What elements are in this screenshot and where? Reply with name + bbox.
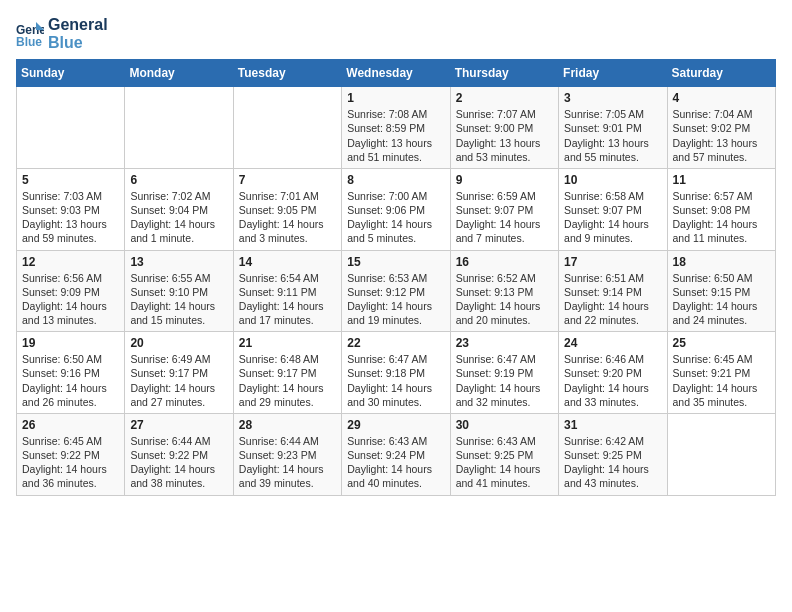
day-number: 10 [564,173,661,187]
logo-line2: Blue [48,34,108,52]
day-number: 7 [239,173,336,187]
calendar-cell: 7Sunrise: 7:01 AMSunset: 9:05 PMDaylight… [233,168,341,250]
page-header: General Blue General Blue [16,16,776,51]
calendar-cell: 18Sunrise: 6:50 AMSunset: 9:15 PMDayligh… [667,250,775,332]
day-number: 25 [673,336,770,350]
calendar-cell [233,87,341,169]
calendar-cell: 26Sunrise: 6:45 AMSunset: 9:22 PMDayligh… [17,413,125,495]
calendar-cell: 3Sunrise: 7:05 AMSunset: 9:01 PMDaylight… [559,87,667,169]
calendar-cell: 10Sunrise: 6:58 AMSunset: 9:07 PMDayligh… [559,168,667,250]
day-info: Sunrise: 6:47 AMSunset: 9:18 PMDaylight:… [347,352,444,409]
day-info: Sunrise: 6:44 AMSunset: 9:22 PMDaylight:… [130,434,227,491]
calendar-cell: 30Sunrise: 6:43 AMSunset: 9:25 PMDayligh… [450,413,558,495]
calendar-cell: 28Sunrise: 6:44 AMSunset: 9:23 PMDayligh… [233,413,341,495]
day-info: Sunrise: 6:47 AMSunset: 9:19 PMDaylight:… [456,352,553,409]
calendar-cell: 12Sunrise: 6:56 AMSunset: 9:09 PMDayligh… [17,250,125,332]
day-number: 14 [239,255,336,269]
calendar-table: SundayMondayTuesdayWednesdayThursdayFrid… [16,59,776,495]
weekday-header-tuesday: Tuesday [233,60,341,87]
svg-text:Blue: Blue [16,35,42,48]
day-info: Sunrise: 6:42 AMSunset: 9:25 PMDaylight:… [564,434,661,491]
day-info: Sunrise: 6:51 AMSunset: 9:14 PMDaylight:… [564,271,661,328]
calendar-cell: 1Sunrise: 7:08 AMSunset: 8:59 PMDaylight… [342,87,450,169]
day-number: 3 [564,91,661,105]
day-number: 1 [347,91,444,105]
day-info: Sunrise: 6:56 AMSunset: 9:09 PMDaylight:… [22,271,119,328]
day-number: 22 [347,336,444,350]
day-info: Sunrise: 7:08 AMSunset: 8:59 PMDaylight:… [347,107,444,164]
calendar-cell: 19Sunrise: 6:50 AMSunset: 9:16 PMDayligh… [17,332,125,414]
day-number: 9 [456,173,553,187]
calendar-cell: 9Sunrise: 6:59 AMSunset: 9:07 PMDaylight… [450,168,558,250]
calendar-cell: 21Sunrise: 6:48 AMSunset: 9:17 PMDayligh… [233,332,341,414]
calendar-cell [125,87,233,169]
day-info: Sunrise: 6:57 AMSunset: 9:08 PMDaylight:… [673,189,770,246]
day-info: Sunrise: 7:02 AMSunset: 9:04 PMDaylight:… [130,189,227,246]
calendar-cell: 20Sunrise: 6:49 AMSunset: 9:17 PMDayligh… [125,332,233,414]
calendar-cell: 5Sunrise: 7:03 AMSunset: 9:03 PMDaylight… [17,168,125,250]
day-info: Sunrise: 6:44 AMSunset: 9:23 PMDaylight:… [239,434,336,491]
weekday-header-friday: Friday [559,60,667,87]
calendar-week-2: 5Sunrise: 7:03 AMSunset: 9:03 PMDaylight… [17,168,776,250]
logo: General Blue General Blue [16,16,108,51]
logo-line1: General [48,16,108,34]
day-number: 13 [130,255,227,269]
day-info: Sunrise: 7:01 AMSunset: 9:05 PMDaylight:… [239,189,336,246]
calendar-cell: 31Sunrise: 6:42 AMSunset: 9:25 PMDayligh… [559,413,667,495]
day-number: 16 [456,255,553,269]
calendar-cell: 2Sunrise: 7:07 AMSunset: 9:00 PMDaylight… [450,87,558,169]
day-number: 15 [347,255,444,269]
calendar-cell: 8Sunrise: 7:00 AMSunset: 9:06 PMDaylight… [342,168,450,250]
day-number: 21 [239,336,336,350]
calendar-cell: 15Sunrise: 6:53 AMSunset: 9:12 PMDayligh… [342,250,450,332]
day-number: 4 [673,91,770,105]
day-info: Sunrise: 7:00 AMSunset: 9:06 PMDaylight:… [347,189,444,246]
calendar-cell: 13Sunrise: 6:55 AMSunset: 9:10 PMDayligh… [125,250,233,332]
calendar-cell: 29Sunrise: 6:43 AMSunset: 9:24 PMDayligh… [342,413,450,495]
day-info: Sunrise: 6:45 AMSunset: 9:21 PMDaylight:… [673,352,770,409]
weekday-header-wednesday: Wednesday [342,60,450,87]
day-number: 11 [673,173,770,187]
calendar-cell [667,413,775,495]
day-number: 8 [347,173,444,187]
day-info: Sunrise: 6:50 AMSunset: 9:16 PMDaylight:… [22,352,119,409]
day-number: 26 [22,418,119,432]
day-number: 5 [22,173,119,187]
day-info: Sunrise: 6:49 AMSunset: 9:17 PMDaylight:… [130,352,227,409]
weekday-header-thursday: Thursday [450,60,558,87]
calendar-cell: 16Sunrise: 6:52 AMSunset: 9:13 PMDayligh… [450,250,558,332]
calendar-cell: 6Sunrise: 7:02 AMSunset: 9:04 PMDaylight… [125,168,233,250]
calendar-cell: 23Sunrise: 6:47 AMSunset: 9:19 PMDayligh… [450,332,558,414]
day-number: 30 [456,418,553,432]
day-info: Sunrise: 6:52 AMSunset: 9:13 PMDaylight:… [456,271,553,328]
day-number: 29 [347,418,444,432]
day-info: Sunrise: 6:43 AMSunset: 9:24 PMDaylight:… [347,434,444,491]
day-info: Sunrise: 6:45 AMSunset: 9:22 PMDaylight:… [22,434,119,491]
weekday-header-monday: Monday [125,60,233,87]
day-number: 23 [456,336,553,350]
calendar-cell: 14Sunrise: 6:54 AMSunset: 9:11 PMDayligh… [233,250,341,332]
day-info: Sunrise: 7:05 AMSunset: 9:01 PMDaylight:… [564,107,661,164]
day-info: Sunrise: 7:03 AMSunset: 9:03 PMDaylight:… [22,189,119,246]
day-info: Sunrise: 7:04 AMSunset: 9:02 PMDaylight:… [673,107,770,164]
day-number: 12 [22,255,119,269]
calendar-cell: 17Sunrise: 6:51 AMSunset: 9:14 PMDayligh… [559,250,667,332]
calendar-week-4: 19Sunrise: 6:50 AMSunset: 9:16 PMDayligh… [17,332,776,414]
calendar-week-5: 26Sunrise: 6:45 AMSunset: 9:22 PMDayligh… [17,413,776,495]
calendar-cell: 4Sunrise: 7:04 AMSunset: 9:02 PMDaylight… [667,87,775,169]
calendar-week-3: 12Sunrise: 6:56 AMSunset: 9:09 PMDayligh… [17,250,776,332]
day-number: 20 [130,336,227,350]
day-info: Sunrise: 6:53 AMSunset: 9:12 PMDaylight:… [347,271,444,328]
day-info: Sunrise: 6:48 AMSunset: 9:17 PMDaylight:… [239,352,336,409]
logo-icon: General Blue [16,20,44,48]
day-info: Sunrise: 6:58 AMSunset: 9:07 PMDaylight:… [564,189,661,246]
calendar-cell: 27Sunrise: 6:44 AMSunset: 9:22 PMDayligh… [125,413,233,495]
day-number: 2 [456,91,553,105]
day-info: Sunrise: 6:43 AMSunset: 9:25 PMDaylight:… [456,434,553,491]
calendar-cell: 24Sunrise: 6:46 AMSunset: 9:20 PMDayligh… [559,332,667,414]
weekday-header-sunday: Sunday [17,60,125,87]
day-info: Sunrise: 7:07 AMSunset: 9:00 PMDaylight:… [456,107,553,164]
weekday-header-row: SundayMondayTuesdayWednesdayThursdayFrid… [17,60,776,87]
calendar-cell: 11Sunrise: 6:57 AMSunset: 9:08 PMDayligh… [667,168,775,250]
day-number: 28 [239,418,336,432]
